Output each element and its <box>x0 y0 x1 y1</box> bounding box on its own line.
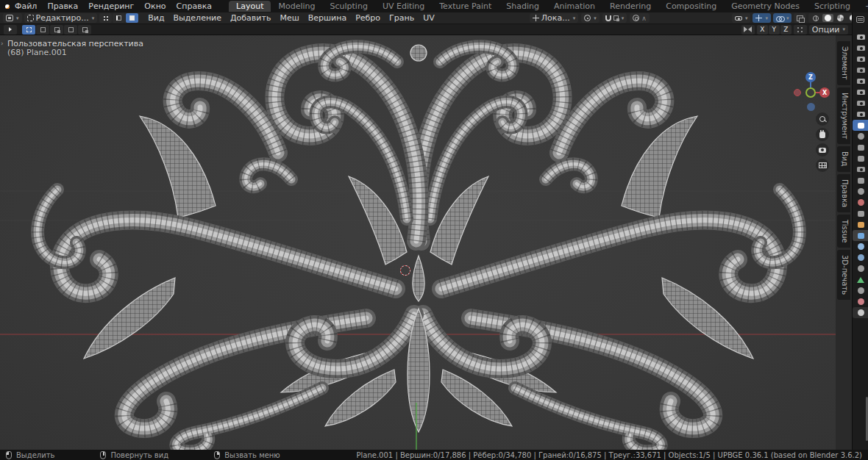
workspace-tab[interactable]: Rendering <box>602 1 658 12</box>
select-intersect-button[interactable] <box>78 25 91 35</box>
modifiers-wrench-tab-icon[interactable] <box>853 230 868 241</box>
active-screen-tab-icon[interactable] <box>853 120 868 131</box>
properties-editor-icon[interactable] <box>856 16 864 23</box>
header-menu-item[interactable]: Вершина <box>304 13 351 23</box>
select-new-button[interactable] <box>36 25 49 35</box>
editor-type-selector[interactable]: ▾ <box>3 13 22 23</box>
links-tab-icon[interactable] <box>853 285 868 296</box>
mirror-axis-button[interactable]: Y <box>769 25 780 35</box>
sidebar-tab[interactable]: Вид <box>837 146 850 171</box>
sidebar-tab[interactable]: Элемент <box>837 41 850 85</box>
world-props-tab-icon[interactable] <box>853 197 868 208</box>
transform-orientation-selector[interactable]: Лока... ▾ <box>530 13 578 23</box>
images-tab-icon[interactable] <box>853 175 868 186</box>
scene-props-tab-icon[interactable] <box>853 186 868 197</box>
menu-item[interactable]: Окно <box>139 1 171 12</box>
gizmo-negative-x-axis[interactable] <box>794 89 801 96</box>
visibility-selector[interactable]: ▾ <box>732 13 751 23</box>
mesh-data-tab-icon[interactable] <box>853 274 868 285</box>
options-dropdown[interactable]: Опции ▾ <box>809 25 848 35</box>
scene-tab-icon[interactable] <box>853 65 868 76</box>
viewlayer-tab-icon[interactable] <box>853 54 868 65</box>
gizmo-x-axis[interactable]: X <box>819 87 830 98</box>
workspace-tab[interactable]: + <box>858 1 868 12</box>
constraints-tab-icon[interactable] <box>853 263 868 274</box>
camera-tab-icon[interactable] <box>853 87 868 98</box>
world-tab-icon[interactable] <box>853 76 868 87</box>
menu-item[interactable]: Рендеринг <box>83 1 139 12</box>
workspace-tab[interactable]: Texture Paint <box>432 1 499 12</box>
ornament-mesh[interactable]: .s1 { stroke:#5e5e5e; stroke-width:26; f… <box>0 35 836 450</box>
hint-call-menu: Вызвать меню <box>214 451 280 459</box>
workspace-tab[interactable]: Sculpting <box>323 1 375 12</box>
vertex-select-button[interactable] <box>99 13 112 23</box>
camera3-tab-icon[interactable] <box>853 109 868 120</box>
material-preview-button[interactable] <box>835 14 846 22</box>
eye-tab-icon[interactable] <box>853 131 868 142</box>
face-select-button[interactable] <box>126 13 138 23</box>
select-extend-button[interactable] <box>50 25 63 35</box>
camera2-tab-icon[interactable] <box>853 98 868 109</box>
solid-shading-button[interactable] <box>822 14 833 22</box>
sidebar-tab[interactable]: Правка <box>837 174 850 212</box>
texture-tab-icon[interactable] <box>853 307 868 318</box>
header-menu-item[interactable]: Ребро <box>351 13 385 23</box>
snapping-selector[interactable]: ▾ <box>602 13 627 23</box>
output-tab-icon[interactable] <box>853 43 868 54</box>
object-tab-icon[interactable] <box>853 219 868 230</box>
sidebar-tab[interactable]: 3D-печать <box>837 250 850 300</box>
snap-symmetry-button[interactable] <box>794 25 807 35</box>
header-menu-item[interactable]: Вид <box>143 13 168 23</box>
sidebar-tab[interactable]: Tissue <box>837 215 850 248</box>
printer-tab-icon[interactable] <box>853 164 868 175</box>
wireframe-shading-button[interactable] <box>810 14 821 22</box>
render-tab-icon[interactable] <box>853 32 868 43</box>
menu-item[interactable]: Правка <box>42 1 83 12</box>
header-menu-item[interactable]: Грань <box>385 13 419 23</box>
material-tab-icon[interactable] <box>853 296 868 307</box>
header-menu-item[interactable]: Выделение <box>169 13 227 23</box>
mode-selector[interactable]: Редактиро... ▾ <box>24 13 98 23</box>
workspace-tab[interactable]: Compositing <box>658 1 724 12</box>
tool-tab-icon[interactable] <box>853 153 868 164</box>
physics-tab-icon[interactable] <box>853 252 868 263</box>
proportional-editing-group[interactable]: ∧ <box>630 13 650 23</box>
gizmo-center[interactable] <box>805 87 816 98</box>
workspace-tab[interactable]: Layout <box>229 1 271 12</box>
camera-view-button[interactable] <box>816 143 829 157</box>
particles-tab-icon[interactable] <box>853 241 868 252</box>
workspace-tab[interactable]: Scripting <box>807 1 858 12</box>
edge-select-button[interactable] <box>113 13 125 23</box>
main-menus: ФайлПравкаРендерингОкноСправка <box>10 1 217 12</box>
active-tool-button[interactable] <box>4 25 17 35</box>
mirror-axis-button[interactable]: Z <box>780 25 791 35</box>
overlays-toggle[interactable]: ▾ <box>773 13 792 23</box>
ortho-toggle-button[interactable] <box>816 159 829 172</box>
header-menu-item[interactable]: UV <box>419 13 439 23</box>
gizmo-negative-z-axis[interactable] <box>807 103 815 111</box>
workspace-tab[interactable]: Modeling <box>271 1 322 12</box>
zoom-button[interactable] <box>816 112 829 126</box>
menu-item[interactable]: Справка <box>171 1 217 12</box>
menu-item[interactable]: Файл <box>10 1 42 12</box>
mirror-toggle[interactable] <box>741 25 755 35</box>
gizmos-toggle[interactable]: ▾ <box>753 13 771 23</box>
xray-toggle[interactable] <box>794 13 806 23</box>
header-menu-item[interactable]: Добавить <box>226 13 275 23</box>
select-box-button[interactable] <box>22 25 35 35</box>
pan-button[interactable] <box>816 128 829 141</box>
workspace-tab[interactable]: UV Editing <box>375 1 432 12</box>
sidebar-tab[interactable]: Инструмент <box>837 87 850 145</box>
header-menu-item[interactable]: Меш <box>275 13 303 23</box>
gizmo-z-axis[interactable]: Z <box>805 72 816 82</box>
select-subtract-button[interactable] <box>64 25 77 35</box>
workspace-tab[interactable]: Shading <box>499 1 547 12</box>
viewport-3d[interactable]: .s1 { stroke:#5e5e5e; stroke-width:26; f… <box>0 35 836 450</box>
toolbar-expand-arrow[interactable]: › <box>1 40 4 47</box>
sliders-tab-icon[interactable] <box>853 142 868 153</box>
workspace-tab[interactable]: Geometry Nodes <box>724 1 807 12</box>
pivot-point-selector[interactable]: ▾ <box>581 13 600 23</box>
mirror-axis-button[interactable]: X <box>757 25 768 35</box>
workspace-tab[interactable]: Animation <box>547 1 602 12</box>
collection-tab-icon[interactable] <box>853 208 868 219</box>
